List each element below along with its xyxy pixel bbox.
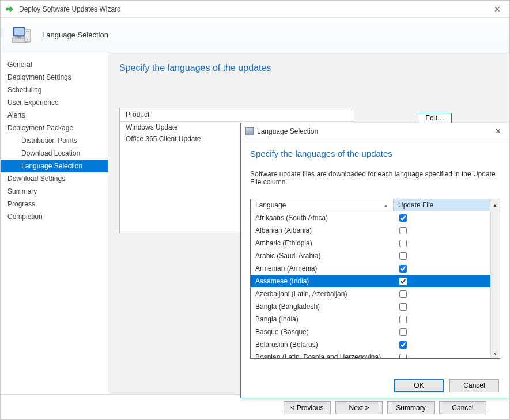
- dialog-heading: Specify the languages of the updates: [250, 149, 500, 158]
- wizard-arrow-icon: [5, 5, 14, 14]
- col-header-update-file[interactable]: Update File: [394, 199, 490, 211]
- update-file-checkbox[interactable]: [399, 316, 407, 323]
- cancel-button[interactable]: Cancel: [439, 401, 486, 414]
- update-file-cell: [394, 225, 490, 236]
- sidebar-item-download-settings[interactable]: Download Settings: [1, 172, 108, 185]
- chevron-down-icon: ▾: [494, 351, 497, 357]
- dialog-description: Software update files are downloaded for…: [250, 170, 500, 186]
- update-file-checkbox[interactable]: [399, 265, 407, 273]
- language-row[interactable]: Azerbaijani (Latin, Azerbaijan): [251, 287, 490, 300]
- update-file-cell: [394, 213, 490, 224]
- svg-rect-5: [26, 31, 29, 32]
- sidebar-item-scheduling[interactable]: Scheduling: [1, 84, 108, 96]
- sidebar-item-deployment-package[interactable]: Deployment Package: [1, 122, 108, 134]
- close-icon: ✕: [495, 127, 501, 135]
- language-row[interactable]: Bosnian (Latin, Bosnia and Herzegovina): [251, 351, 490, 358]
- update-file-cell: [394, 263, 490, 274]
- dialog-footer: OK Cancel: [241, 373, 509, 398]
- sort-asc-icon: ▲: [383, 202, 388, 208]
- sidebar-item-general[interactable]: General: [1, 58, 108, 71]
- update-file-cell: [394, 352, 490, 359]
- language-name: Bangla (India): [251, 315, 394, 323]
- sidebar-item-progress[interactable]: Progress: [1, 198, 108, 210]
- update-file-checkbox[interactable]: [399, 328, 407, 336]
- update-file-checkbox[interactable]: [399, 354, 407, 359]
- update-file-cell: [394, 327, 490, 338]
- sidebar-item-alerts[interactable]: Alerts: [1, 109, 108, 122]
- language-row[interactable]: Assamese (India): [251, 275, 490, 287]
- dialog-ok-button[interactable]: OK: [394, 379, 444, 392]
- update-file-checkbox[interactable]: [399, 290, 407, 298]
- dialog-title: Language Selection: [257, 127, 318, 135]
- sidebar-item-distribution-points[interactable]: Distribution Points: [1, 134, 108, 147]
- chevron-up-icon: ▴: [493, 201, 497, 209]
- svg-rect-1: [14, 28, 24, 35]
- update-file-cell: [394, 301, 490, 312]
- update-file-cell: [394, 314, 490, 325]
- sidebar-item-language-selection[interactable]: Language Selection: [1, 160, 108, 172]
- language-table: Language ▲ Update File ▴ Afrikaans (Sout…: [250, 199, 500, 359]
- scrollbar[interactable]: ▾: [490, 211, 500, 358]
- update-file-cell: [394, 251, 490, 262]
- language-row[interactable]: Bangla (India): [251, 313, 490, 326]
- update-file-checkbox[interactable]: [399, 214, 407, 222]
- language-row[interactable]: Bangla (Bangladesh): [251, 300, 490, 313]
- computer-icon: [10, 24, 33, 47]
- sidebar-item-download-location[interactable]: Download Location: [1, 147, 108, 160]
- edit-button[interactable]: Edit…: [418, 113, 452, 123]
- svg-point-6: [27, 39, 28, 40]
- language-selection-dialog: Language Selection ✕ Specify the languag…: [240, 123, 510, 398]
- sidebar-item-user-experience[interactable]: User Experience: [1, 96, 108, 109]
- update-file-checkbox[interactable]: [399, 227, 407, 234]
- update-file-checkbox[interactable]: [399, 303, 407, 311]
- sidebar-item-summary[interactable]: Summary: [1, 185, 108, 198]
- language-name: Afrikaans (South Africa): [251, 214, 394, 222]
- wizard-nav-sidebar: GeneralDeployment SettingsSchedulingUser…: [1, 52, 108, 394]
- dialog-app-icon: [245, 127, 254, 135]
- language-name: Basque (Basque): [251, 328, 394, 336]
- dialog-close-button[interactable]: ✕: [491, 124, 505, 138]
- update-file-cell: [394, 289, 490, 300]
- sidebar-item-deployment-settings[interactable]: Deployment Settings: [1, 71, 108, 84]
- next-button[interactable]: Next >: [335, 401, 383, 414]
- window-titlebar: Deploy Software Updates Wizard ✕: [1, 1, 509, 18]
- language-row[interactable]: Albanian (Albania): [251, 224, 490, 237]
- language-row[interactable]: Afrikaans (South Africa): [251, 211, 490, 224]
- update-file-cell: [394, 339, 490, 350]
- window-close-button[interactable]: ✕: [490, 2, 505, 17]
- update-file-checkbox[interactable]: [399, 341, 407, 349]
- update-file-checkbox[interactable]: [399, 252, 407, 260]
- update-file-checkbox[interactable]: [399, 278, 407, 285]
- update-file-checkbox[interactable]: [399, 240, 407, 247]
- summary-button[interactable]: Summary: [387, 401, 435, 414]
- page-heading: Specify the languages of the updates: [119, 63, 498, 73]
- language-name: Amharic (Ethiopia): [251, 239, 394, 247]
- dialog-cancel-button[interactable]: Cancel: [449, 379, 499, 392]
- window-title: Deploy Software Updates Wizard: [19, 5, 121, 13]
- wizard-step-title: Language Selection: [42, 31, 108, 39]
- language-name: Armenian (Armenia): [251, 264, 394, 273]
- scroll-up-button[interactable]: ▴: [490, 199, 500, 211]
- close-icon: ✕: [494, 5, 501, 14]
- language-row[interactable]: Arabic (Saudi Arabia): [251, 249, 490, 262]
- update-file-cell: [394, 276, 490, 287]
- col-header-language-label: Language: [255, 201, 286, 209]
- language-name: Bangla (Bangladesh): [251, 302, 394, 311]
- dialog-titlebar: Language Selection ✕: [241, 123, 509, 139]
- update-file-cell: [394, 238, 490, 249]
- scroll-down-button[interactable]: ▾: [491, 349, 500, 358]
- language-name: Bosnian (Latin, Bosnia and Herzegovina): [251, 353, 394, 358]
- language-name: Albanian (Albania): [251, 226, 394, 234]
- language-name: Azerbaijani (Latin, Azerbaijan): [251, 290, 394, 298]
- language-row[interactable]: Armenian (Armenia): [251, 262, 490, 275]
- sidebar-item-completion[interactable]: Completion: [1, 210, 108, 223]
- col-header-language[interactable]: Language ▲: [251, 199, 394, 211]
- language-name: Arabic (Saudi Arabia): [251, 252, 394, 260]
- language-row[interactable]: Belarusian (Belarus): [251, 338, 490, 351]
- language-row[interactable]: Amharic (Ethiopia): [251, 237, 490, 249]
- language-name: Belarusian (Belarus): [251, 340, 394, 349]
- language-row[interactable]: Basque (Basque): [251, 326, 490, 338]
- language-name: Assamese (India): [251, 277, 394, 285]
- previous-button[interactable]: < Previous: [284, 401, 331, 414]
- product-column-header[interactable]: Product: [120, 108, 354, 122]
